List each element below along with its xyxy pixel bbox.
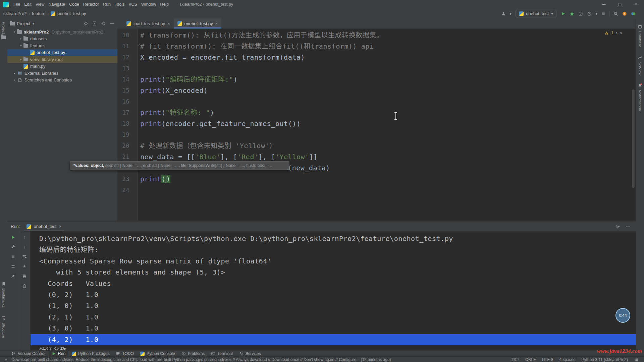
status-widget[interactable]: UTF-8 bbox=[542, 357, 553, 362]
menu-refactor[interactable]: Refactor bbox=[81, 2, 101, 7]
close-icon[interactable]: × bbox=[167, 21, 170, 26]
code-text: print(encoder.get_feature_names_out()) bbox=[140, 118, 301, 129]
menu-edit[interactable]: Edit bbox=[22, 2, 34, 7]
settings-wrench-icon[interactable] bbox=[10, 244, 16, 250]
toolwindow-button-python-packages[interactable]: Python Packages bbox=[69, 351, 112, 357]
status-widget[interactable]: 4 spaces bbox=[559, 357, 575, 362]
run-configuration-select[interactable]: onehot_test ▾ bbox=[516, 10, 556, 17]
menu-tools[interactable]: Tools bbox=[113, 2, 126, 7]
chevron-up-icon[interactable]: ∧ bbox=[615, 31, 618, 35]
chevron-down-icon[interactable]: ∨ bbox=[620, 31, 622, 35]
stripe-item-sciview[interactable]: SciView bbox=[637, 55, 643, 75]
py-icon bbox=[30, 50, 35, 55]
tree-item-sklearnpro2[interactable]: ▾sklearnPro2D:\python_pro\sklearnPro2 bbox=[7, 28, 117, 36]
soft-wrap-icon[interactable] bbox=[22, 254, 27, 259]
stripe-item-notifications[interactable]: Notifications bbox=[637, 83, 643, 111]
toolwindow-button-todo[interactable]: TODO bbox=[113, 351, 136, 357]
tab-load-iris-test[interactable]: load_iris_test.py × bbox=[123, 18, 174, 28]
menu-vcs[interactable]: VCS bbox=[126, 2, 139, 7]
tree-item-main-py[interactable]: main.py bbox=[7, 63, 117, 70]
menu-window[interactable]: Window bbox=[139, 2, 158, 7]
editor-area[interactable]: load_iris_test.py × onehot_test.py × 10#… bbox=[117, 18, 636, 221]
close-icon[interactable]: × bbox=[215, 21, 218, 26]
profiler-icon[interactable] bbox=[587, 11, 592, 16]
hide-icon[interactable]: — bbox=[109, 21, 115, 26]
chevron-down-icon[interactable]: ▾ bbox=[32, 21, 34, 25]
run-coverage-icon[interactable] bbox=[578, 11, 583, 16]
stripe-item-project[interactable]: Project bbox=[1, 22, 6, 39]
run-console[interactable]: D:\python_pro\sklearnPro2\venv\Scripts\p… bbox=[31, 231, 636, 350]
stripe-item-database[interactable]: Database bbox=[637, 24, 643, 47]
code-segment: 'Yellow' bbox=[275, 153, 309, 161]
status-message[interactable]: Download pre-built shared indexes: Reduc… bbox=[3, 357, 391, 362]
hide-icon[interactable]: — bbox=[625, 224, 631, 229]
lock-icon[interactable] bbox=[634, 357, 639, 362]
menu-navigate[interactable]: Navigate bbox=[47, 2, 67, 7]
inspections-widget[interactable]: 1 ∧ ∨ bbox=[604, 30, 622, 36]
minimize-button[interactable]: — bbox=[596, 0, 612, 9]
tree-item-scratches-and-consoles[interactable]: ▸Scratches and Consoles bbox=[7, 77, 117, 84]
print-icon[interactable] bbox=[22, 274, 27, 279]
close-button[interactable]: × bbox=[628, 0, 644, 9]
menu-help[interactable]: Help bbox=[158, 2, 171, 7]
editor-scrollbar[interactable] bbox=[632, 89, 635, 188]
status-widget[interactable]: 23:7 bbox=[512, 357, 519, 362]
stripe-item-structure[interactable]: Structure bbox=[1, 315, 6, 338]
locate-icon[interactable] bbox=[83, 21, 89, 26]
status-widgets: 23:7CRLFUTF-84 spacesPython 3.11 (sklear… bbox=[512, 357, 641, 362]
toolwindow-button-problems[interactable]: Problems bbox=[179, 351, 208, 357]
menu-view[interactable]: View bbox=[34, 2, 47, 7]
pin-icon[interactable] bbox=[10, 274, 16, 279]
toolwindow-button-terminal[interactable]: Terminal bbox=[208, 351, 235, 357]
menu-code[interactable]: Code bbox=[67, 2, 81, 7]
tree-item-external-libraries[interactable]: ▸External Libraries bbox=[7, 70, 117, 77]
down-icon[interactable]: ↓ bbox=[22, 244, 27, 250]
ide-updates-icon[interactable] bbox=[622, 11, 627, 16]
toolwindow-button-services[interactable]: Services bbox=[236, 351, 264, 357]
rerun-icon[interactable] bbox=[10, 235, 16, 240]
toolwindow-button-python-console[interactable]: Python Console bbox=[138, 351, 178, 357]
stop-icon[interactable] bbox=[10, 254, 16, 259]
toolwindow-button-run[interactable]: Run bbox=[49, 351, 68, 357]
tree-item-datasets[interactable]: ▸datasets bbox=[7, 36, 117, 43]
close-icon[interactable]: × bbox=[59, 224, 61, 229]
breadcrumb-item[interactable]: sklearnPro2 bbox=[3, 11, 26, 16]
breadcrumb-file[interactable]: onehot_test.py bbox=[57, 11, 86, 16]
python-file-icon bbox=[126, 21, 131, 26]
settings-gear-icon[interactable] bbox=[101, 21, 106, 26]
settings-gear-icon[interactable] bbox=[615, 224, 621, 229]
code-text: print("编码后的特征矩阵:") bbox=[140, 74, 237, 85]
maximize-button[interactable]: ▢ bbox=[612, 0, 628, 9]
breadcrumb-item[interactable]: feature bbox=[32, 11, 45, 16]
up-icon[interactable]: ↑ bbox=[22, 235, 27, 240]
tree-item-venv[interactable]: ▸venvlibrary root bbox=[7, 56, 117, 63]
collapse-all-icon[interactable] bbox=[92, 21, 97, 26]
code-line: 11^# fit_transform(): 在同一数据集上组合fit()和tra… bbox=[117, 41, 636, 52]
toolwindow-button-version-control[interactable]: Version Control bbox=[9, 351, 48, 357]
run-play-icon[interactable] bbox=[560, 11, 566, 16]
clear-icon[interactable] bbox=[22, 283, 27, 289]
status-widget[interactable]: CRLF bbox=[525, 357, 536, 362]
user-icon[interactable] bbox=[501, 11, 506, 16]
tree-item-feature[interactable]: ▾feature bbox=[7, 42, 117, 49]
run-tab-onehot-test[interactable]: onehot_test × bbox=[24, 222, 64, 231]
debug-bug-icon[interactable] bbox=[569, 11, 575, 16]
dump-threads-icon[interactable] bbox=[10, 264, 16, 269]
code-editor[interactable]: 10# transform(): 从fit()方法生成的参数，应用于模型以生成转… bbox=[117, 28, 636, 221]
code-segment: # 处理新数据（包含未知类别 'Yellow'） bbox=[140, 142, 276, 150]
timer-badge: 0:44 bbox=[615, 308, 630, 323]
tab-onehot-test[interactable]: onehot_test.py × bbox=[174, 18, 222, 28]
code-with-me-icon[interactable] bbox=[631, 11, 636, 16]
project-title[interactable]: Project bbox=[17, 21, 30, 26]
scroll-to-end-icon[interactable] bbox=[22, 264, 27, 269]
user-menu[interactable]: ▾ bbox=[501, 11, 512, 16]
stripe-item-bookmarks[interactable]: Bookmarks bbox=[1, 281, 6, 308]
tree-item-onehot-test-py[interactable]: onehot_test.py bbox=[7, 49, 117, 56]
status-widget[interactable]: Python 3.11 (sklearnPro2) bbox=[581, 357, 628, 362]
search-everywhere-icon[interactable] bbox=[613, 11, 619, 16]
stop-icon[interactable] bbox=[601, 11, 606, 16]
menu-run[interactable]: Run bbox=[101, 2, 113, 7]
navigation-toolbar: sklearnPro2›feature›onehot_test.py ▾ one… bbox=[0, 9, 644, 19]
line-number: 15 bbox=[117, 85, 138, 96]
menu-file[interactable]: File bbox=[11, 2, 22, 7]
